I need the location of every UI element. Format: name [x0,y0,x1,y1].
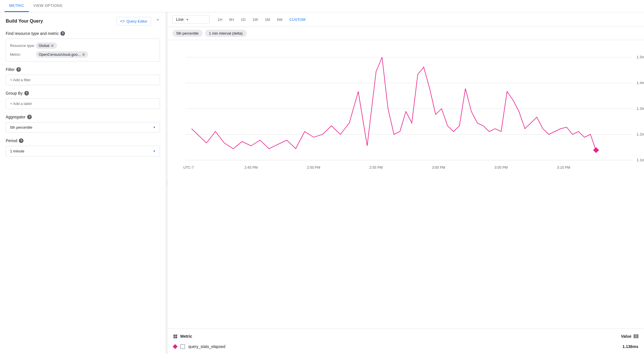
metric-close-icon[interactable]: ✕ [82,53,85,57]
legend-metric-value: 1.136ms [623,344,638,349]
time-range-buttons: 1H 6H 1D 1W 1M 6W CUSTOM [214,16,309,23]
metric-col-label: Metric [180,334,192,339]
chart-type-value: Line [176,17,183,22]
chart-legend: Metric Value query_stats_elapsed 1.136ms [168,329,644,354]
resource-type-chip[interactable]: Global ✕ [36,42,57,49]
chart-type-select[interactable]: Line ▼ [172,15,210,24]
filter-chip-interval[interactable]: 1 min interval (delta) [205,30,247,37]
svg-text:UTC-7: UTC-7 [183,166,194,170]
group-by-section: Group By ? + Add a label [6,91,160,109]
filter-section: Filter ? + Add a filter [6,67,160,85]
svg-text:3:05 PM: 3:05 PM [495,166,508,170]
legend-value-col-header: Value [621,334,638,339]
svg-text:1.5ms: 1.5ms [637,55,644,59]
legend-color-diamond [173,344,178,349]
metric-row: Metric: OpenCensus/cloud.goo... ✕ [10,51,156,58]
aggregator-dropdown-arrow: ▼ [153,126,156,129]
period-select[interactable]: 1 minute ▼ [6,146,160,156]
left-panel: Build Your Query <> Query Editor ⌃ Find … [0,12,166,354]
svg-text:3:10 PM: 3:10 PM [557,166,570,170]
build-query-header: Build Your Query <> Query Editor ⌃ [6,17,160,25]
aggregator-section: Aggregator ? 5th percentile ▼ [6,115,160,133]
collapse-button[interactable]: ⌃ [156,18,160,24]
build-query-title: Build Your Query [6,19,43,24]
group-by-help-icon[interactable]: ? [24,91,29,96]
right-panel: Line ▼ 1H 6H 1D 1W 1M 6W CUSTOM 5th perc… [168,12,644,354]
tab-metric[interactable]: METRIC [5,0,29,12]
svg-text:3:00 PM: 3:00 PM [432,166,445,170]
svg-text:2:55 PM: 2:55 PM [370,166,383,170]
metric-chip[interactable]: OpenCensus/cloud.goo... ✕ [36,51,88,58]
time-1m[interactable]: 1M [261,16,273,23]
filter-label: Filter ? [6,67,160,72]
svg-text:1.4ms: 1.4ms [637,81,644,85]
svg-text:1.3ms: 1.3ms [637,106,644,111]
resource-type-row: Resource type: Global ✕ [10,42,156,49]
resource-type-close-icon[interactable]: ✕ [51,44,54,48]
aggregator-value: 5th percentile [10,125,32,130]
aggregator-select[interactable]: 5th percentile ▼ [6,122,160,133]
grid-icon [173,335,178,338]
tab-view-options[interactable]: VIEW OPTIONS [29,0,67,12]
legend-checkbox[interactable] [180,344,185,349]
query-editor-button[interactable]: <> Query Editor [116,17,151,25]
time-1d[interactable]: 1D [237,16,249,23]
svg-text:1.2ms: 1.2ms [637,132,644,136]
period-dropdown-arrow: ▼ [153,150,156,153]
chart-area: 1.5ms 1.4ms 1.3ms 1.2ms 1.1ms UTC-7 2:45… [168,40,644,329]
legend-row: query_stats_elapsed 1.136ms [173,343,638,351]
legend-metric-name: query_stats_elapsed [188,344,619,349]
find-resource-section: Find resource type and metric ? Resource… [6,31,160,61]
time-1h[interactable]: 1H [214,16,226,23]
metric-label: Metric: [10,52,36,57]
main-content: Build Your Query <> Query Editor ⌃ Find … [0,12,644,354]
svg-text:1.1ms: 1.1ms [637,158,644,162]
find-resource-label: Find resource type and metric ? [6,31,160,36]
group-by-label: Group By ? [6,91,160,96]
resource-type-label: Resource type: [10,43,36,48]
time-1w[interactable]: 1W [249,16,262,23]
chart-svg-container: 1.5ms 1.4ms 1.3ms 1.2ms 1.1ms UTC-7 2:45… [168,43,644,174]
legend-header: Metric Value [173,332,638,340]
period-label: Period ? [6,138,160,143]
period-section: Period ? 1 minute ▼ [6,138,160,156]
svg-text:2:50 PM: 2:50 PM [307,166,320,170]
value-col-label: Value [621,334,631,339]
legend-metric-col-header: Metric [173,334,192,339]
columns-icon [634,334,638,338]
chart-type-dropdown-arrow: ▼ [186,18,189,21]
aggregator-help-icon[interactable]: ? [27,115,32,119]
time-6h[interactable]: 6H [226,16,238,23]
add-filter-input[interactable]: + Add a filter [6,75,160,85]
filter-chip-percentile[interactable]: 5th percentile [172,30,203,37]
period-value: 1 minute [10,149,24,153]
aggregator-label: Aggregator ? [6,115,160,119]
period-help-icon[interactable]: ? [19,138,23,143]
code-icon: <> [120,19,125,23]
add-label-input[interactable]: + Add a label [6,98,160,109]
time-custom[interactable]: CUSTOM [286,16,309,23]
line-chart: 1.5ms 1.4ms 1.3ms 1.2ms 1.1ms UTC-7 2:45… [168,43,644,174]
top-tab-bar: METRIC VIEW OPTIONS [0,0,644,12]
svg-rect-17 [593,147,599,153]
query-editor-label: Query Editor [127,19,147,23]
filter-help-icon[interactable]: ? [16,67,21,72]
time-6w[interactable]: 6W [273,16,286,23]
svg-text:2:45 PM: 2:45 PM [244,166,258,170]
find-resource-help-icon[interactable]: ? [60,31,65,36]
resource-box: Resource type: Global ✕ Metric: OpenCens… [6,39,160,61]
chart-toolbar: Line ▼ 1H 6H 1D 1W 1M 6W CUSTOM [168,12,644,27]
chart-filter-chips: 5th percentile 1 min interval (delta) [168,27,644,40]
